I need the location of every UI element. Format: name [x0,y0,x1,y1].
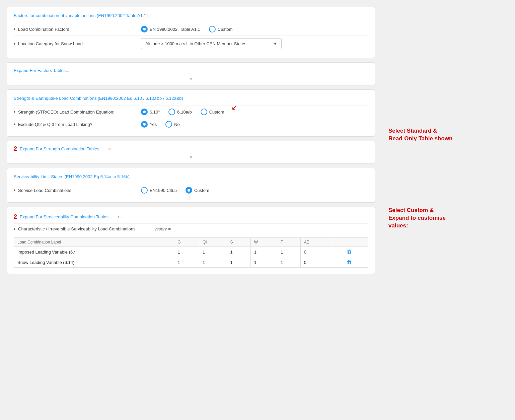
table-header-row: Load Combination LabelGQISWTAE [14,238,368,247]
exclude-triangle[interactable] [14,123,15,126]
cell-0-4: 1 [250,247,277,257]
radio-no[interactable]: No [165,121,183,128]
table-row: Snow Leading Variable (6.14)111110🗑 [14,257,368,268]
radio-en1990-cl65-circle[interactable] [141,187,148,194]
cell-0-1: 1 [174,247,199,257]
char-triangle[interactable] [14,228,15,230]
section4-card: 2 Expand For Serviceability Combination … [7,207,375,274]
cell-0-6: 0 [300,247,331,257]
radio-custom3-label: Custom [194,188,209,193]
expand3-link[interactable]: Expand For Serviceability Combination Ta… [20,213,112,221]
exclude-qi-controls: Yes No [141,121,368,128]
row2-controls: Altitude > 1000m a.s.l. in Other CEN Mem… [141,38,368,49]
service-load-row: Service Load Combinations EN1990 Cl6.5 C… [14,184,368,196]
radio-610-circle[interactable] [141,109,148,115]
radio-no-circle[interactable] [165,121,172,128]
radio-610-label: 6.101 [150,109,160,115]
location-category-row: Location Category for Snow Load Altitude… [14,35,368,52]
radio-custom1[interactable]: Custom [209,26,236,32]
exclude-qi-label: Exclude QI2 & QI3 from Load Linking? [14,122,141,127]
delete-row-0-btn[interactable]: 🗑 [345,248,354,256]
combo-table: Load Combination LabelGQISWTAE Imposed L… [14,237,368,268]
expand2-wrapper: 2 Expand For Strength Combination Tables… [7,141,375,164]
exclude-qi-row: Exclude QI2 & QI3 from Load Linking? Yes… [14,118,368,130]
location-dropdown[interactable]: Altitude > 1000m a.s.l. in Other CEN Mem… [141,38,282,49]
col-header-0: Load Combination Label [14,238,174,247]
arrow-left-3: ← [116,213,123,221]
radio-custom3[interactable]: Custom ↑ [186,187,213,194]
section1-card: Factors for combination of variable acti… [7,7,375,58]
radio-en1990-label: EN 1990:2002, Table A1.1 [150,27,200,32]
radio-yes-label: Yes [150,122,157,127]
expand2-chevron: ∨ [14,155,368,159]
section1-title: Factors for combination of variable acti… [14,13,368,18]
radio-610ab-circle[interactable] [168,109,175,115]
row1-controls: EN 1990:2002, Table A1.1 Custom [141,26,368,32]
section2-card: Strength & Earthquake Load Combinations … [7,89,375,137]
cell-0-5: 1 [277,247,301,257]
cell-1-4: 1 [250,257,277,268]
badge-2b: 2 [14,213,17,220]
radio-en1990-cl65-label: EN1990 Cl6.5 [150,188,177,193]
radio-en1990-cl65[interactable]: EN1990 Cl6.5 [141,187,180,194]
col-header-2: QI [199,238,227,247]
section4-wrapper: 2 Expand For Serviceability Combination … [7,207,375,274]
strength-eq-row: Strength (STR/GEO) Load Combination Equa… [14,106,368,118]
arrow-left-2: ← [107,145,114,153]
col-header-1: G [174,238,199,247]
radio-610ab[interactable]: 6.10a/b [168,109,195,115]
row1-label: Load Combination Factors [14,27,141,32]
load-combination-factors-row: Load Combination Factors EN 1990:2002, T… [14,23,368,35]
radio-en1990-circle[interactable] [141,26,148,32]
expand1-chevron: ∨ [14,76,368,81]
service-load-controls: EN1990 Cl6.5 Custom ↑ [141,187,368,194]
radio-610ab-label: 6.10a/b [177,110,192,115]
char-irrev-label: Characteristic / Irreversible Serviceabi… [14,226,141,231]
service-triangle[interactable] [14,189,15,192]
cell-1-0: Snow Leading Variable (6.14) [14,257,174,268]
col-header-5: T [277,238,301,247]
cell-1-6: 0 [300,257,331,268]
row2-triangle[interactable] [14,43,15,45]
table-body: Imposed Leading Variable (6.*111110🗑Snow… [14,247,368,268]
row1-triangle[interactable] [14,28,15,30]
radio-custom2-circle[interactable] [201,109,207,115]
radio-no-label: No [174,122,180,127]
expand1-card: Expand For Factors Tables... ∨ [7,62,375,85]
section2-title: Strength & Earthquake Load Combinations … [14,96,368,101]
section3-card: Serviceability Limit States (EN1990:2002… [7,168,375,203]
cell-0-2: 1 [199,247,227,257]
expand2-card: 2 Expand For Strength Combination Tables… [7,141,375,164]
row2-label: Location Category for Snow Load [14,41,141,46]
radio-en1990[interactable]: EN 1990:2002, Table A1.1 [141,26,204,32]
radio-custom3-circle[interactable] [186,187,192,194]
strength-triangle[interactable] [14,111,15,113]
cell-0-3: 1 [227,247,250,257]
char-irrev-row: Characteristic / Irreversible Serviceabi… [14,223,368,234]
section3-title: Serviceability Limit States (EN1990:2002… [14,174,368,179]
annotation-right-2: Select Standard & Read-Only Table shown [388,127,486,143]
service-load-label: Service Load Combinations [14,188,141,193]
radio-custom1-circle[interactable] [209,26,216,32]
badge-2a: 2 [14,145,17,152]
arrow-up-custom3: ↑ [188,194,192,202]
radio-custom2[interactable]: Custom [201,109,228,115]
cell-1-2: 1 [199,257,227,268]
table-row: Imposed Leading Variable (6.*111110🗑 [14,247,368,257]
col-header-delete [331,238,368,247]
radio-yes[interactable]: Yes [141,121,160,128]
annotation-right-3: Select Custom & Expand to customise valu… [388,207,486,230]
expand1-link[interactable]: Expand For Factors Tables... [14,67,368,74]
radio-custom1-label: Custom [218,27,233,32]
expand2-link[interactable]: Expand For Strength Combination Tables..… [20,145,103,153]
radio-yes-circle[interactable] [141,121,148,128]
col-header-6: AE [300,238,331,247]
gamma-formula: γsserv = [154,226,171,231]
col-header-4: W [250,238,277,247]
strength-eq-controls: 6.101 6.10a/b Custom [141,109,368,115]
cell-1-3: 1 [227,257,250,268]
radio-610[interactable]: 6.101 [141,109,163,115]
strength-eq-label: Strength (STR/GEO) Load Combination Equa… [14,110,141,115]
cell-1-1: 1 [174,257,199,268]
delete-row-1-btn[interactable]: 🗑 [345,259,354,266]
